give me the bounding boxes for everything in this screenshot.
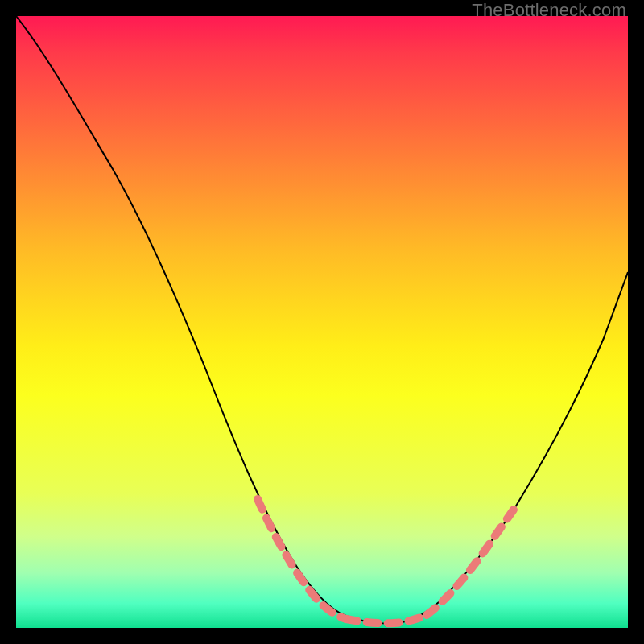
curve-layer: [16, 16, 628, 628]
highlight-left-transition: [258, 499, 346, 619]
highlight-right-transition: [427, 507, 515, 615]
highlight-bottom-flat: [346, 615, 427, 623]
watermark-text: TheBottleneck.com: [472, 0, 626, 21]
chart-frame: TheBottleneck.com: [0, 0, 644, 644]
bottleneck-curve: [16, 16, 628, 624]
plot-area: [16, 16, 628, 628]
